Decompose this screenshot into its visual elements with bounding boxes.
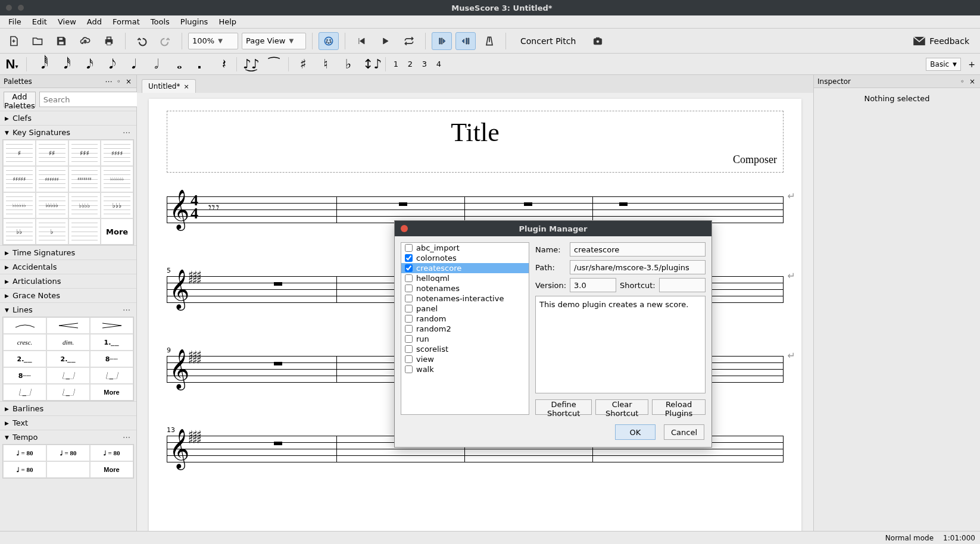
staff-system[interactable]: ↵ 𝄞 44 𝄾 𝄾 𝄾 xyxy=(167,196,784,223)
palette-cat-articulations[interactable]: ▶Articulations xyxy=(0,274,136,288)
palette-cat-tempo[interactable]: ▼Tempo⋯ xyxy=(0,430,136,444)
keysig-cell[interactable]: ♯♯♯ xyxy=(68,140,101,166)
line-cell[interactable] xyxy=(46,317,90,334)
plugin-name-input[interactable] xyxy=(570,242,706,257)
play-icon[interactable] xyxy=(375,32,395,50)
keysig-cell[interactable]: ♭♭♭ xyxy=(101,192,133,218)
ok-button[interactable]: OK xyxy=(615,424,656,440)
natural-icon[interactable]: ♮ xyxy=(317,57,334,71)
plugin-list-item[interactable]: scorelist xyxy=(401,344,529,354)
duration-32nd-icon[interactable]: 𝅘𝅥𝅰 xyxy=(55,57,72,71)
keysig-cell[interactable]: ♯♯♯♯ xyxy=(101,140,133,166)
plugin-list-item[interactable]: abc_import xyxy=(401,243,529,253)
plugin-checkbox[interactable] xyxy=(405,244,413,252)
plugin-checkbox[interactable] xyxy=(405,254,413,262)
menu-format[interactable]: Format xyxy=(108,16,145,27)
document-tab[interactable]: Untitled* × xyxy=(142,79,196,93)
open-file-icon[interactable] xyxy=(27,32,48,50)
line-cell[interactable]: ⎿⎯⏌ xyxy=(3,384,46,401)
dialog-close-icon[interactable] xyxy=(401,225,408,232)
rest-icon[interactable]: 𝄽 xyxy=(214,57,230,71)
plugin-list-item[interactable]: helloqml xyxy=(401,273,529,283)
keysig-cell[interactable]: ♯♯♯♯♯♯ xyxy=(36,166,68,192)
tempo-cell[interactable] xyxy=(46,461,90,478)
plugin-list-item[interactable]: notenames-interactive xyxy=(401,293,529,304)
plugin-checkbox[interactable] xyxy=(405,345,413,353)
tempo-cell[interactable]: ♩ = 80 xyxy=(3,445,46,461)
menu-view[interactable]: View xyxy=(53,16,81,27)
plugin-list-item[interactable]: random2 xyxy=(401,324,529,334)
note-input-mode-icon[interactable]: N▾ xyxy=(4,57,20,72)
plugin-list-item[interactable]: createscore xyxy=(401,263,529,273)
plugin-checkbox[interactable] xyxy=(405,365,413,373)
voice-3-button[interactable]: 3 xyxy=(420,60,429,68)
tempo-cell[interactable]: ♩ = 80 xyxy=(3,461,46,478)
keysig-cell[interactable]: ♭♭♭♭♭ xyxy=(36,192,68,218)
plugin-checkbox[interactable] xyxy=(405,264,413,272)
duration-dot-icon[interactable]: . xyxy=(191,57,208,71)
zoom-select[interactable]: 100%▼ xyxy=(188,33,238,49)
cancel-button[interactable]: Cancel xyxy=(664,424,704,440)
plugin-list-item[interactable]: random xyxy=(401,314,529,324)
plugin-checkbox[interactable] xyxy=(405,355,413,363)
plugin-path-input[interactable] xyxy=(570,260,706,274)
lines-more-button[interactable]: More xyxy=(90,384,133,401)
flip-icon[interactable]: ↕♪ xyxy=(363,57,379,71)
voice-1-button[interactable]: 1 xyxy=(392,60,400,68)
duration-half-icon[interactable]: 𝅗𝅥 xyxy=(146,57,163,71)
plugin-checkbox[interactable] xyxy=(405,335,413,343)
palette-cat-timesig[interactable]: ▶Time Signatures xyxy=(0,245,136,260)
keysig-cell[interactable]: ♭♭♭♭♭♭ xyxy=(3,192,36,218)
cloud-icon[interactable] xyxy=(75,32,95,50)
keysig-cell[interactable] xyxy=(68,218,101,245)
loop-start-icon[interactable] xyxy=(432,32,452,50)
plugin-checkbox[interactable] xyxy=(405,274,413,282)
line-cell[interactable] xyxy=(90,317,133,334)
panel-menu-icon[interactable]: ⋯ ◦ × xyxy=(105,77,133,86)
view-mode-select[interactable]: Page View▼ xyxy=(242,33,306,49)
feedback-button[interactable]: Feedback xyxy=(913,36,976,46)
loop-icon[interactable] xyxy=(399,32,419,50)
palette-cat-lines[interactable]: ▼Lines⋯ xyxy=(0,302,136,317)
tempo-cell[interactable]: ♩ = 80 xyxy=(46,445,90,461)
clear-shortcut-button[interactable]: Clear Shortcut xyxy=(595,399,648,415)
plugin-list-item[interactable]: run xyxy=(401,334,529,344)
keysig-cell[interactable]: ♯♯♯♯♯♯♯ xyxy=(68,166,101,192)
reload-plugins-button[interactable]: Reload Plugins xyxy=(652,399,706,415)
plugin-list-item[interactable]: panel xyxy=(401,304,529,314)
score-composer[interactable]: Composer xyxy=(173,154,777,166)
duration-16th-icon[interactable]: 𝅘𝅥𝅯 xyxy=(78,57,95,71)
save-icon[interactable] xyxy=(51,32,71,50)
tempo-cell[interactable]: ♩ = 80 xyxy=(90,445,133,461)
keysig-cell[interactable]: ♭ xyxy=(36,218,68,245)
line-cell[interactable]: ⎿⎯⏌ xyxy=(46,384,90,401)
palette-search-input[interactable] xyxy=(39,92,149,107)
workspace-select[interactable]: Basic▼ xyxy=(926,58,961,71)
line-cell[interactable]: ⎿⎯⏌ xyxy=(46,367,90,384)
plugin-shortcut-input[interactable] xyxy=(659,278,706,292)
plugin-checkbox[interactable] xyxy=(405,325,413,333)
screenshot-icon[interactable] xyxy=(588,32,608,50)
plugin-checkbox[interactable] xyxy=(405,315,413,323)
menu-file[interactable]: File xyxy=(4,16,26,27)
new-file-icon[interactable] xyxy=(4,32,24,50)
plugin-checkbox[interactable] xyxy=(405,305,413,312)
keysig-cell[interactable]: ♭♭ xyxy=(3,218,36,245)
voice-2-button[interactable]: 2 xyxy=(406,60,414,68)
duration-8th-icon[interactable]: 𝅘𝅥𝅮 xyxy=(101,57,117,71)
midi-input-icon[interactable] xyxy=(319,32,339,50)
duration-whole-icon[interactable]: 𝅝 xyxy=(168,57,185,71)
panel-menu-icon[interactable]: ◦ × xyxy=(960,77,976,86)
keysig-cell[interactable]: ♯♯♯♯♯ xyxy=(3,166,36,192)
undo-icon[interactable] xyxy=(132,32,152,50)
menu-tools[interactable]: Tools xyxy=(146,16,174,27)
menu-plugins[interactable]: Plugins xyxy=(176,16,213,27)
palette-cat-barlines[interactable]: ▶Barlines xyxy=(0,401,136,415)
add-palettes-button[interactable]: Add Palettes xyxy=(4,92,36,107)
window-close-icon[interactable] xyxy=(6,5,12,11)
tab-close-icon[interactable]: × xyxy=(183,83,189,90)
line-cell[interactable]: cresc. xyxy=(3,334,46,351)
keysig-cell[interactable]: ♭♭♭♭ xyxy=(68,192,101,218)
tempo-more-button[interactable]: More xyxy=(90,461,133,478)
slur-icon[interactable]: ⁀ xyxy=(266,57,282,71)
